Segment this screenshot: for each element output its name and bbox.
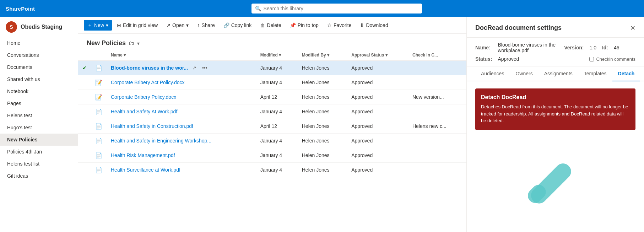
file-name: Health and Safety in Construction.pdf bbox=[111, 123, 193, 129]
sidebar-item-documents[interactable]: Documents bbox=[0, 61, 78, 73]
download-button[interactable]: ⬇ Download bbox=[356, 20, 391, 30]
row-file-icon-cell: 📄 bbox=[91, 134, 107, 148]
file-name: Health and Safety At Work.pdf bbox=[111, 109, 177, 114]
panel-tab-owners[interactable]: Owners bbox=[510, 66, 538, 81]
favorite-button[interactable]: ☆ Favorite bbox=[324, 20, 355, 30]
row-approval-status-cell: Approved bbox=[347, 90, 408, 104]
detach-card: Detach DocRead Detaches DocRead from thi… bbox=[475, 88, 635, 130]
meta-version-label: Version: bbox=[564, 45, 584, 50]
meta-status-value: Approved bbox=[498, 56, 558, 62]
content-area: ＋ New ▾ ⊞ Edit in grid view ↗ Open ▾ ↑ S… bbox=[78, 17, 466, 232]
row-check-in-cell bbox=[408, 104, 466, 119]
detach-card-title: Detach DocRead bbox=[481, 94, 630, 101]
sidebar-item-notebook[interactable]: Notebook bbox=[0, 85, 78, 97]
table-row[interactable]: 📄 Health and Safety in Engineering Works… bbox=[78, 134, 466, 148]
edit-grid-button[interactable]: ⊞ Edit in grid view bbox=[113, 20, 161, 30]
row-modified-by-cell: Helen Jones bbox=[298, 75, 347, 90]
checkin-comments-checkbox[interactable] bbox=[589, 57, 594, 61]
meta-name-label: Name: bbox=[475, 45, 492, 50]
table-row[interactable]: ✔ 📄 Blood-borne viruses in the wor... ↗ … bbox=[78, 61, 466, 75]
sidebar-item-hugo's-test[interactable]: Hugo's test bbox=[0, 122, 78, 134]
sidebar-item-policies-4th-jan[interactable]: Policies 4th Jan bbox=[0, 146, 78, 158]
sidebar-item-pages[interactable]: Pages bbox=[0, 97, 78, 109]
row-checkbox-cell bbox=[78, 148, 91, 163]
search-icon: 🔍 bbox=[255, 6, 261, 11]
download-icon: ⬇ bbox=[360, 22, 364, 28]
row-modified-by-cell: Helen Jones bbox=[298, 61, 347, 75]
row-checkbox-cell bbox=[78, 134, 91, 148]
sidebar-nav: HomeConversationsDocumentsShared with us… bbox=[0, 37, 78, 182]
panel-tab-templates[interactable]: Templates bbox=[578, 66, 612, 81]
share-icon: ↑ bbox=[197, 22, 200, 28]
col-name: Name ▾ bbox=[107, 50, 256, 61]
row-file-icon-cell: 📝 bbox=[91, 75, 107, 90]
row-name-cell: Health and Safety in Construction.pdf bbox=[107, 119, 256, 134]
row-name-cell: Blood-borne viruses in the wor... ↗ ••• bbox=[107, 61, 256, 75]
new-button[interactable]: ＋ New ▾ bbox=[84, 20, 112, 31]
link-icon: 🔗 bbox=[223, 22, 229, 28]
row-approval-status-cell: Approved bbox=[347, 119, 408, 134]
col-modified: Modified ▾ bbox=[256, 50, 298, 61]
pin-to-top-button[interactable]: 📌 Pin to top bbox=[286, 20, 322, 30]
sidebar-item-conversations[interactable]: Conversations bbox=[0, 49, 78, 61]
col-checkbox bbox=[78, 50, 91, 61]
row-modified-cell: April 12 bbox=[256, 90, 298, 104]
avatar: S bbox=[6, 21, 17, 33]
row-file-icon-cell: 📄 bbox=[91, 163, 107, 177]
sidebar-item-helens-test-list[interactable]: Helens test list bbox=[0, 158, 78, 170]
row-approval-status-cell: Approved bbox=[347, 148, 408, 163]
table-row[interactable]: 📄 Health and Safety At Work.pdf January … bbox=[78, 104, 466, 119]
panel-close-button[interactable]: ✕ bbox=[630, 25, 635, 31]
chevron-down-icon: ▾ bbox=[106, 22, 108, 28]
row-modified-by-cell: Helen Jones bbox=[298, 104, 347, 119]
document-table: Name ▾ Modified ▾ Modified By ▾ Approval… bbox=[78, 50, 466, 177]
row-checkbox-cell bbox=[78, 75, 91, 90]
open-button[interactable]: ↗ Open ▾ bbox=[163, 20, 192, 30]
row-more-action[interactable]: ••• bbox=[201, 64, 209, 71]
meta-status-label: Status: bbox=[475, 56, 492, 62]
row-open-action[interactable]: ↗ bbox=[191, 64, 198, 71]
row-approval-status-cell: Approved bbox=[347, 61, 408, 75]
row-name-cell: Health and Safety At Work.pdf bbox=[107, 104, 256, 119]
panel-tab-audiences[interactable]: Audiences bbox=[475, 66, 510, 81]
file-name: Health and Safety in Engineering Worksho… bbox=[111, 138, 211, 144]
sidebar: S Obedis Staging HomeConversationsDocume… bbox=[0, 17, 78, 232]
table-row[interactable]: 📝 Corporate Bribery Policy.docx April 12… bbox=[78, 90, 466, 104]
panel-title: DocRead document settings bbox=[475, 24, 562, 32]
row-file-icon-cell: 📄 bbox=[91, 61, 107, 75]
table-row[interactable]: 📄 Health Risk Management.pdf January 4 H… bbox=[78, 148, 466, 163]
copy-link-button[interactable]: 🔗 Copy link bbox=[220, 20, 255, 30]
search-input[interactable] bbox=[251, 4, 422, 14]
sidebar-item-gift-ideas[interactable]: Gift ideas bbox=[0, 170, 78, 182]
detach-section: Detach DocRead Detaches DocRead from thi… bbox=[467, 81, 644, 137]
row-modified-by-cell: Helen Jones bbox=[298, 90, 347, 104]
row-checkbox-cell bbox=[78, 90, 91, 104]
file-icon: 📝 bbox=[95, 79, 102, 86]
col-file-icon bbox=[91, 50, 107, 61]
file-icon: 📄 bbox=[95, 152, 102, 159]
share-button[interactable]: ↑ Share bbox=[194, 20, 218, 30]
panel-tab-assignments[interactable]: Assignments bbox=[539, 66, 578, 81]
table-row[interactable]: 📝 Corporate Bribery Act Policy.docx Janu… bbox=[78, 75, 466, 90]
sharepoint-logo: SharePoint bbox=[6, 6, 35, 12]
plus-icon: ＋ bbox=[87, 22, 92, 28]
delete-button[interactable]: 🗑 Delete bbox=[256, 20, 285, 30]
sidebar-item-home[interactable]: Home bbox=[0, 37, 78, 49]
command-bar: ＋ New ▾ ⊞ Edit in grid view ↗ Open ▾ ↑ S… bbox=[78, 17, 466, 34]
panel-header: DocRead document settings ✕ bbox=[467, 17, 644, 38]
table-row[interactable]: 📄 Health Surveillance at Work.pdf Januar… bbox=[78, 163, 466, 177]
row-approval-status-cell: Approved bbox=[347, 134, 408, 148]
file-icon: 📄 bbox=[95, 108, 102, 115]
sidebar-item-helens-test[interactable]: Helens test bbox=[0, 109, 78, 122]
row-modified-by-cell: Helen Jones bbox=[298, 163, 347, 177]
table-row[interactable]: 📄 Health and Safety in Construction.pdf … bbox=[78, 119, 466, 134]
sidebar-item-new-policies[interactable]: New Policies bbox=[0, 134, 78, 146]
row-checkbox-cell bbox=[78, 163, 91, 177]
row-modified-cell: January 4 bbox=[256, 148, 298, 163]
checkmark-illustration bbox=[509, 144, 602, 215]
panel-tab-detach[interactable]: Detach bbox=[612, 66, 640, 81]
site-name: Obedis Staging bbox=[21, 24, 62, 30]
detach-card-description: Detaches DocRead from this document. The… bbox=[481, 103, 630, 124]
star-icon: ☆ bbox=[327, 22, 332, 28]
sidebar-item-shared-with-us[interactable]: Shared with us bbox=[0, 73, 78, 85]
